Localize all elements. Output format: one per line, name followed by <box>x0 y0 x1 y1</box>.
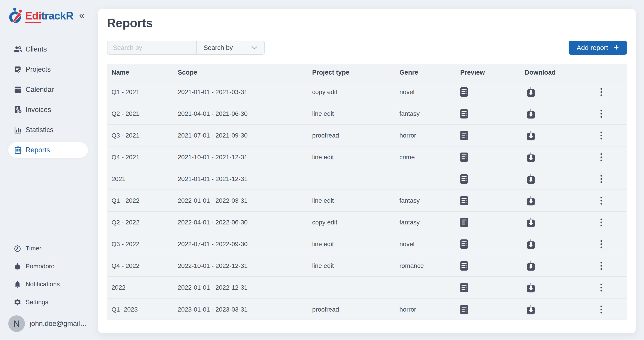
row-menu-button[interactable] <box>600 110 602 118</box>
sidebar: EditrackR « Clients <box>0 0 98 340</box>
preview-button[interactable] <box>460 174 468 184</box>
preview-document-icon <box>460 305 468 314</box>
download-button[interactable] <box>527 239 535 249</box>
timer-clock-icon <box>14 244 22 252</box>
table-row: Q2 - 2021 2021-04-01 - 2021-06-30 line e… <box>107 103 627 125</box>
sidebar-item-reports[interactable]: Reports <box>8 142 88 158</box>
cell-download <box>520 87 588 97</box>
reports-clipboard-icon <box>14 146 22 155</box>
cell-preview <box>456 109 520 119</box>
download-button[interactable] <box>527 87 535 97</box>
preview-document-icon <box>460 153 468 162</box>
search-input[interactable] <box>108 41 196 54</box>
sidebar-item-settings[interactable]: Settings <box>8 294 88 310</box>
preview-document-icon <box>460 261 468 271</box>
preview-document-icon <box>460 283 468 292</box>
row-menu-button[interactable] <box>600 196 602 205</box>
download-icon <box>527 239 535 249</box>
preview-button[interactable] <box>460 131 468 140</box>
preview-document-icon <box>460 174 468 184</box>
sidebar-item-notifications[interactable]: Notifications <box>8 276 88 292</box>
column-header-project-type: Project type <box>308 69 395 76</box>
cell-name: Q1 - 2021 <box>107 88 173 96</box>
row-menu-button[interactable] <box>600 262 602 270</box>
sidebar-collapse-button[interactable]: « <box>79 10 85 20</box>
cell-project-type: proofread <box>308 306 395 313</box>
download-button[interactable] <box>527 261 535 271</box>
preview-button[interactable] <box>460 283 468 292</box>
preview-button[interactable] <box>460 305 468 314</box>
download-button[interactable] <box>527 217 535 227</box>
preview-button[interactable] <box>460 218 468 227</box>
cell-preview <box>456 87 520 97</box>
download-button[interactable] <box>527 283 535 293</box>
sidebar-item-label: Timer <box>26 245 42 252</box>
download-icon <box>527 87 535 97</box>
sidebar-item-clients[interactable]: Clients <box>8 41 88 57</box>
row-menu-button[interactable] <box>600 175 602 183</box>
cell-name: Q1 - 2022 <box>107 197 173 204</box>
sidebar-footer-nav: Timer Pomodoro Notificat <box>8 241 88 312</box>
sidebar-item-invoices[interactable]: $ Invoices <box>8 102 88 118</box>
preview-document-icon <box>460 218 468 227</box>
sidebar-item-label: Pomodoro <box>26 263 54 270</box>
sidebar-item-pomodoro[interactable]: Pomodoro <box>8 258 88 274</box>
cell-download <box>520 174 588 184</box>
row-menu-button[interactable] <box>600 88 602 96</box>
table-row: Q1 - 2021 2021-01-01 - 2021-03-31 copy e… <box>107 81 627 103</box>
kebab-menu-icon <box>600 262 602 270</box>
sidebar-item-projects[interactable]: Projects <box>8 62 88 77</box>
cell-scope: 2023-01-01 - 2023-03-31 <box>173 306 308 313</box>
download-button[interactable] <box>527 196 535 206</box>
download-button[interactable] <box>527 131 535 141</box>
preview-button[interactable] <box>460 109 468 119</box>
preview-button[interactable] <box>460 261 468 271</box>
cell-scope: 2022-10-01 - 2022-12-31 <box>173 262 308 269</box>
preview-button[interactable] <box>460 239 468 249</box>
download-icon <box>527 305 535 315</box>
user-profile[interactable]: N john.doe@gmail… <box>8 315 87 332</box>
preview-document-icon <box>460 87 468 97</box>
add-report-button[interactable]: Add report + <box>568 41 627 55</box>
sidebar-item-label: Calendar <box>26 86 54 94</box>
download-icon <box>527 174 535 184</box>
preview-document-icon <box>460 109 468 119</box>
row-menu-button[interactable] <box>600 240 602 248</box>
cell-actions <box>588 175 627 183</box>
search-combo: Search by <box>107 41 265 55</box>
cell-project-type: line edit <box>308 197 395 204</box>
table-row: 2022 2022-01-01 - 2022-12-31 <box>107 277 627 299</box>
preview-button[interactable] <box>460 87 468 97</box>
sidebar-item-label: Reports <box>26 146 50 154</box>
sidebar-item-statistics[interactable]: Statistics <box>8 122 88 138</box>
cell-actions <box>588 196 627 205</box>
cell-preview <box>456 131 520 140</box>
table-row: Q2 - 2022 2022-04-01 - 2022-06-30 copy e… <box>107 212 627 233</box>
notifications-bell-icon <box>14 280 22 288</box>
sidebar-item-calendar[interactable]: Calendar <box>8 82 88 97</box>
row-menu-button[interactable] <box>600 283 602 292</box>
download-button[interactable] <box>527 152 535 162</box>
preview-button[interactable] <box>460 196 468 205</box>
sidebar-item-timer[interactable]: Timer <box>8 241 88 256</box>
cell-download <box>520 131 588 141</box>
column-header-genre: Genre <box>395 69 456 76</box>
brand-logo: EditrackR <box>8 8 74 24</box>
row-menu-button[interactable] <box>600 153 602 162</box>
download-button[interactable] <box>527 305 535 315</box>
preview-button[interactable] <box>460 153 468 162</box>
cell-scope: 2022-04-01 - 2022-06-30 <box>173 219 308 226</box>
search-filter-dropdown[interactable]: Search by <box>197 41 264 54</box>
row-menu-button[interactable] <box>600 218 602 227</box>
avatar: N <box>8 315 25 332</box>
row-menu-button[interactable] <box>600 305 602 314</box>
download-button[interactable] <box>527 174 535 184</box>
cell-scope: 2022-01-01 - 2022-12-31 <box>173 284 308 291</box>
cell-name: Q3 - 2021 <box>107 132 173 139</box>
cell-actions <box>588 110 627 118</box>
download-button[interactable] <box>527 109 535 119</box>
page-title: Reports <box>107 16 153 30</box>
row-menu-button[interactable] <box>600 131 602 140</box>
cell-scope: 2021-04-01 - 2021-06-30 <box>173 110 308 117</box>
sidebar-item-label: Settings <box>26 299 48 306</box>
